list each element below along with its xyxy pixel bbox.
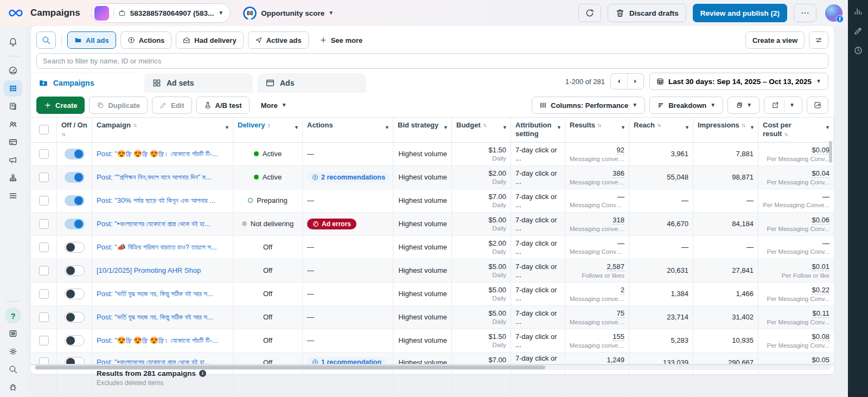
- header-off-on[interactable]: Off / On↑↓: [57, 118, 92, 142]
- updates-news-icon[interactable]: [4, 325, 22, 342]
- next-page-button[interactable]: [627, 74, 643, 89]
- scrollbar-thumb[interactable]: [35, 366, 545, 369]
- cost-value[interactable]: $0.06: [812, 216, 829, 225]
- notifications-bell-icon[interactable]: [4, 34, 22, 50]
- refresh-button[interactable]: [578, 4, 601, 22]
- table-row[interactable]: [10/1/2025] Promoting AHR Shop Off — Hig…: [31, 259, 834, 283]
- table-row[interactable]: Post: "•বাংলাদেশের যেকোনো প্রান্ত থেকে ব…: [31, 213, 834, 236]
- recommendations-link[interactable]: 1 recommendation: [307, 357, 386, 364]
- columns-button[interactable]: Columns: Performance ▼: [532, 97, 645, 114]
- ad-errors-badge[interactable]: Ad errors: [307, 219, 356, 229]
- cost-value[interactable]: $0.08: [812, 332, 829, 341]
- billing-card-icon[interactable]: [4, 134, 22, 150]
- campaign-link[interactable]: Post: "30% পর্যন্ত ছাড়ে বই কিনুন এবং আপ…: [97, 196, 228, 205]
- table-row[interactable]: Post: "•বাংলাদেশের যেকোনো প্রান্ত থেকে ব…: [31, 353, 834, 364]
- insights-chart-icon[interactable]: [853, 7, 863, 16]
- campaign-toggle[interactable]: [65, 219, 85, 229]
- table-row[interactable]: Post: "📣 বিক্রির পরিমাণ বাড়াতে চাও? তাহ…: [31, 236, 834, 259]
- user-avatar[interactable]: f: [825, 4, 843, 22]
- row-checkbox[interactable]: [39, 172, 49, 182]
- overview-gauge-icon[interactable]: [4, 62, 22, 79]
- row-checkbox[interactable]: [39, 219, 49, 229]
- account-selector[interactable]: 583288578064907 (583... ▼: [91, 3, 231, 23]
- ads-megaphone-icon[interactable]: [4, 152, 22, 168]
- edit-pencil-icon[interactable]: [853, 26, 863, 36]
- info-icon[interactable]: i: [199, 370, 206, 377]
- campaign-toggle[interactable]: [65, 357, 85, 364]
- header-budget[interactable]: Budget↑↓▼: [452, 118, 511, 142]
- campaign-link[interactable]: Post: "📣 বিক্রির পরিমাণ বাড়াতে চাও? তাহ…: [97, 243, 228, 252]
- row-checkbox[interactable]: [39, 357, 49, 364]
- header-campaign[interactable]: Campaign↑↓▼: [92, 118, 233, 142]
- select-all-checkbox[interactable]: [39, 125, 49, 135]
- help-question-icon[interactable]: ?: [5, 308, 21, 324]
- campaign-toggle[interactable]: [65, 265, 85, 276]
- cost-value[interactable]: $0.01: [812, 262, 829, 271]
- results-value[interactable]: 318: [612, 216, 624, 225]
- cost-value[interactable]: $0.09: [812, 146, 829, 155]
- results-value[interactable]: —: [617, 193, 624, 201]
- cost-value[interactable]: $0.11: [812, 309, 829, 318]
- all-tools-menu-icon[interactable]: [4, 188, 22, 204]
- row-checkbox[interactable]: [39, 289, 49, 299]
- settings-gear-icon[interactable]: [4, 343, 22, 360]
- campaign-link[interactable]: Post: ""প্রশিক্ষন নিন,বদলে যাবে আপনার দি…: [97, 173, 228, 182]
- header-actions[interactable]: Actions▼: [303, 118, 393, 142]
- cost-value[interactable]: —: [822, 239, 829, 247]
- row-checkbox[interactable]: [39, 196, 49, 206]
- header-results[interactable]: Results↑↓▼: [565, 118, 629, 142]
- table-row[interactable]: Post: "😍ফ্রি 😍ফ্রি 😍ফ্রি। যেকোনো পাঁচটি …: [31, 143, 834, 166]
- table-row[interactable]: Post: "ভর্তি যুদ্ধ সহজ নয়, কিন্তু সঠিক …: [31, 283, 834, 306]
- date-range-button[interactable]: Last 30 days: Sep 14, 2025 – Oct 13, 202…: [649, 73, 828, 90]
- campaign-link[interactable]: Post: "ভর্তি যুদ্ধ সহজ নয়, কিন্তু সঠিক …: [97, 290, 228, 298]
- history-clock-icon[interactable]: [853, 46, 863, 55]
- campaign-link[interactable]: Post: "•বাংলাদেশের যেকোনো প্রান্ত থেকে ব…: [97, 220, 228, 228]
- campaign-toggle[interactable]: [65, 312, 85, 323]
- cost-value[interactable]: $0.22: [812, 286, 829, 294]
- review-publish-button[interactable]: Review and publish (2): [693, 4, 787, 22]
- table-row[interactable]: Post: "ভর্তি যুদ্ধ সহজ নয়, কিন্তু সঠিক …: [31, 306, 834, 329]
- campaign-toggle[interactable]: [65, 242, 85, 253]
- campaign-toggle[interactable]: [65, 289, 85, 299]
- recommendations-link[interactable]: 2 recommendations: [307, 172, 390, 183]
- search-tools-icon[interactable]: [4, 361, 22, 377]
- campaign-link[interactable]: Post: "😍ফ্রি 😍ফ্রি 😍ফ্রি। যেকোনো পাঁচটি …: [97, 336, 228, 345]
- results-value[interactable]: 386: [612, 169, 624, 178]
- row-checkbox[interactable]: [39, 266, 49, 276]
- tab-campaigns[interactable]: Campaigns: [31, 73, 139, 93]
- campaign-link[interactable]: [10/1/2025] Promoting AHR Shop: [97, 266, 228, 274]
- filter-active-ads[interactable]: Active ads: [248, 31, 309, 49]
- cost-value[interactable]: $0.04: [812, 169, 829, 178]
- reports-button[interactable]: ▼: [727, 97, 760, 114]
- results-value[interactable]: 155: [612, 332, 624, 341]
- header-impressions[interactable]: Impressions↑↓▼: [693, 118, 758, 142]
- vertical-scrollbar[interactable]: [829, 141, 832, 163]
- prev-page-button[interactable]: [611, 74, 627, 89]
- campaign-toggle[interactable]: [65, 172, 85, 183]
- audiences-people-icon[interactable]: [4, 116, 22, 132]
- report-bug-icon[interactable]: [4, 379, 22, 395]
- table-row[interactable]: Post: "30% পর্যন্ত ছাড়ে বই কিনুন এবং আপ…: [31, 189, 834, 213]
- results-value[interactable]: 1,249: [607, 356, 624, 364]
- results-value[interactable]: 75: [617, 309, 624, 318]
- opportunity-score[interactable]: 88 Opportunity score ▼: [242, 6, 334, 21]
- row-checkbox[interactable]: [39, 149, 49, 159]
- ab-test-button[interactable]: A/B test: [196, 97, 250, 114]
- header-cost[interactable]: Cost per result ↑↓▼: [758, 118, 834, 142]
- header-reach[interactable]: Reach↑↓▼: [629, 118, 693, 142]
- search-filter-button[interactable]: [36, 31, 56, 49]
- header-bid-strategy[interactable]: Bid strategy▼: [393, 118, 452, 142]
- header-attribution[interactable]: Attribution setting▼: [511, 118, 565, 142]
- reports-pages-icon[interactable]: [4, 98, 22, 114]
- results-value[interactable]: —: [617, 239, 624, 247]
- results-value[interactable]: 2,587: [607, 262, 624, 271]
- meta-logo-icon[interactable]: [8, 5, 24, 21]
- view-settings-button[interactable]: [809, 31, 828, 49]
- horizontal-scrollbar[interactable]: [34, 365, 831, 370]
- create-view-button[interactable]: Create a view: [745, 31, 805, 49]
- campaign-toggle[interactable]: [65, 335, 85, 346]
- breakdown-button[interactable]: Breakdown ▼: [649, 97, 723, 114]
- search-input[interactable]: [36, 53, 828, 69]
- more-actions-button[interactable]: More ▼: [254, 97, 294, 114]
- assets-tree-icon[interactable]: [4, 170, 22, 186]
